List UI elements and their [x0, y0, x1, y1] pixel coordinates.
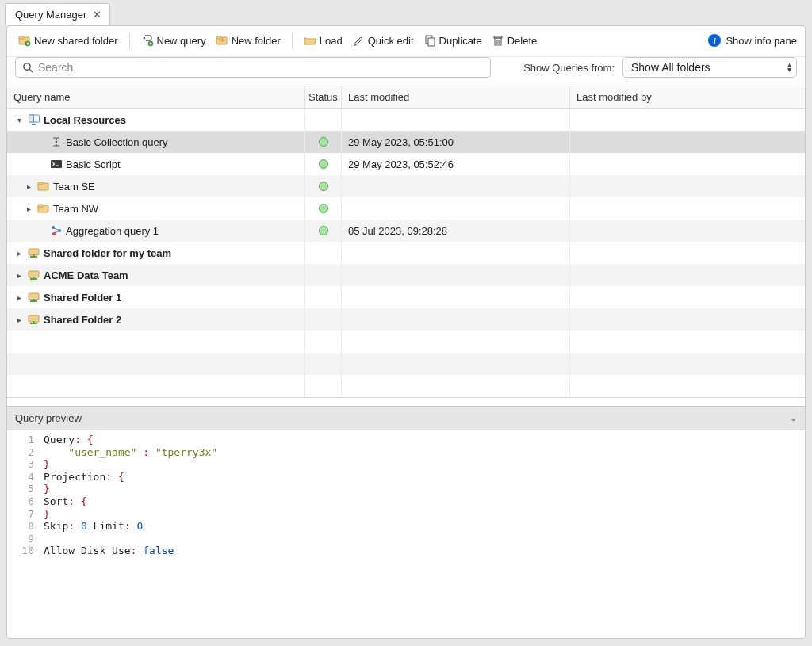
local-resources-icon [28, 113, 40, 126]
svg-rect-1 [19, 36, 24, 39]
table-row [7, 375, 805, 397]
row-label: Team SE [53, 181, 95, 193]
col-last-modified[interactable]: Last modified [342, 86, 570, 108]
preview-body: 12345678910 Query: { "user_name" : "tper… [7, 430, 805, 603]
shared-folder-icon [28, 247, 40, 259]
search-input[interactable] [38, 61, 484, 74]
table-row[interactable]: ▸ Aggregation query 1 05 Jul 2023, 09:28… [7, 220, 805, 242]
new-shared-folder-button[interactable]: New shared folder [15, 32, 121, 48]
folder-icon [37, 180, 50, 193]
shared-folder-icon [28, 313, 40, 326]
toolbar-label: New folder [232, 35, 281, 47]
quick-edit-button[interactable]: Quick edit [349, 32, 417, 48]
aggregation-icon [50, 224, 63, 237]
svg-rect-15 [29, 115, 34, 122]
filter-label: Show Queries from: [523, 62, 615, 74]
svg-rect-31 [33, 277, 35, 279]
status-ok-icon [319, 137, 328, 147]
row-label: Shared folder for my team [44, 247, 171, 259]
table-row[interactable]: ▸ Shared Folder 2 [7, 308, 805, 331]
table-row[interactable]: ▸ Team SE [7, 175, 805, 197]
table-row[interactable]: ▸ Basic Collection query 29 May 2023, 05… [7, 131, 805, 153]
script-icon [50, 158, 63, 170]
preview-title: Query preview [15, 412, 82, 424]
svg-point-17 [56, 141, 58, 143]
table-row[interactable]: ▾ Local Resources [7, 109, 805, 131]
toolbar-label: Show info pane [726, 35, 797, 47]
svg-rect-37 [33, 321, 35, 323]
grid-body: ▾ Local Resources ▸ Ba [7, 109, 805, 397]
svg-rect-35 [29, 315, 39, 322]
svg-rect-32 [29, 293, 39, 300]
close-icon[interactable]: ✕ [93, 9, 102, 21]
trash-icon [492, 34, 504, 47]
tab-query-manager[interactable]: Query Manager ✕ [5, 3, 110, 25]
toolbar-label: Quick edit [368, 35, 414, 47]
preview-header[interactable]: Query preview ⌄ [7, 406, 805, 430]
row-label: Local Resources [44, 114, 126, 126]
svg-rect-8 [222, 38, 223, 42]
col-last-modified-by[interactable]: Last modified by [570, 86, 805, 108]
toolbar-label: Duplicate [439, 35, 482, 47]
info-icon: i [708, 34, 721, 47]
caret-icon: ▴▾ [787, 63, 791, 72]
col-status[interactable]: Status [305, 86, 342, 108]
chevron-right-icon[interactable]: ▸ [13, 315, 25, 324]
table-row[interactable]: ▸ Shared folder for my team [7, 242, 805, 264]
toolbar-label: New query [157, 35, 206, 47]
new-query-button[interactable]: New query [138, 32, 209, 48]
pencil-icon [352, 34, 365, 47]
row-last-modified: 05 Jul 2023, 09:28:28 [342, 220, 570, 242]
separator [292, 32, 293, 48]
query-grid: Query name Status Last modified Last mod… [7, 86, 805, 398]
search-box[interactable] [15, 57, 491, 78]
chevron-right-icon[interactable]: ▸ [13, 271, 25, 280]
svg-point-3 [143, 37, 145, 40]
svg-rect-34 [33, 299, 35, 301]
col-query-name[interactable]: Query name [7, 86, 305, 108]
duplicate-button[interactable]: Duplicate [420, 32, 485, 48]
row-label: ACME Data Team [44, 269, 128, 281]
folder-icon [37, 202, 50, 215]
toolbar-label: Delete [508, 35, 538, 47]
svg-rect-6 [216, 36, 221, 39]
chevron-down-icon[interactable]: ⌄ [790, 413, 797, 423]
table-row[interactable]: ▸ Team NW [7, 197, 805, 220]
table-row[interactable]: ▸ Shared Folder 1 [7, 286, 805, 308]
svg-rect-28 [33, 254, 35, 257]
folders-dropdown[interactable]: Show All folders ▴▾ [622, 57, 797, 78]
chevron-right-icon[interactable]: ▸ [13, 249, 25, 258]
chevron-right-icon[interactable]: ▸ [13, 293, 25, 302]
shared-folder-add-icon [18, 34, 31, 47]
chevron-down-icon[interactable]: ▾ [13, 116, 25, 124]
chevron-right-icon[interactable]: ▸ [23, 205, 34, 213]
svg-rect-16 [32, 124, 36, 125]
query-add-icon [141, 34, 154, 47]
svg-rect-10 [428, 38, 435, 46]
table-row[interactable]: ▸ Basic Script 29 May 2023, 05:52:46 [7, 153, 805, 175]
load-button[interactable]: Load [301, 32, 346, 48]
duplicate-icon [423, 34, 436, 47]
code-preview[interactable]: Query: { "user_name" : "tperry3x" } Proj… [39, 430, 217, 603]
new-folder-button[interactable]: New folder [213, 32, 284, 48]
status-ok-icon [319, 159, 328, 169]
delete-button[interactable]: Delete [488, 32, 541, 48]
svg-point-13 [24, 63, 30, 70]
shared-folder-icon [28, 269, 40, 281]
dropdown-value: Show All folders [631, 61, 710, 74]
show-info-pane-button[interactable]: i Show info pane [708, 34, 797, 47]
row-last-modified: 29 May 2023, 05:52:46 [342, 153, 570, 175]
table-row [7, 331, 805, 353]
tab-title: Query Manager [15, 9, 86, 21]
svg-rect-18 [51, 160, 62, 168]
line-gutter: 12345678910 [7, 430, 39, 603]
row-label: Basic Script [66, 159, 121, 170]
table-row[interactable]: ▸ ACME Data Team [7, 264, 805, 286]
folder-add-icon [216, 34, 228, 47]
status-ok-icon [319, 182, 328, 191]
status-ok-icon [319, 226, 328, 235]
chevron-right-icon[interactable]: ▸ [23, 182, 34, 191]
status-ok-icon [319, 204, 328, 213]
collection-query-icon [50, 136, 63, 148]
row-label: Aggregation query 1 [66, 225, 159, 237]
